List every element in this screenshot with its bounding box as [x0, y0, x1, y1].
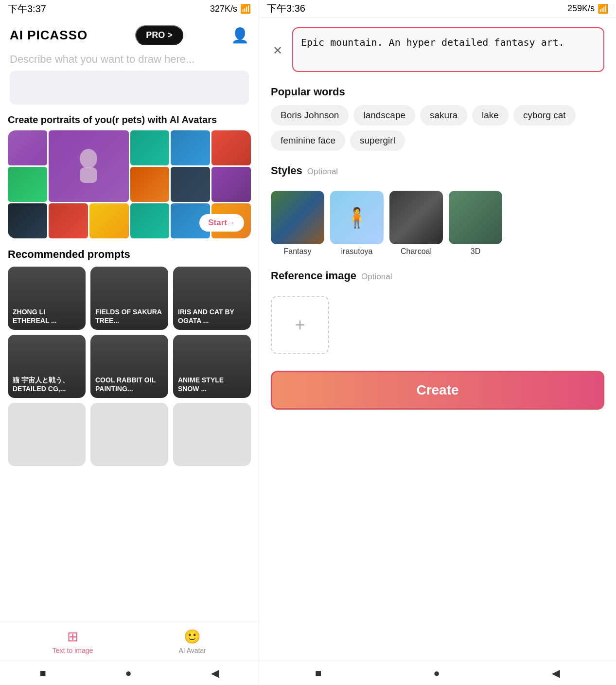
avatar-cell-7 [8, 167, 47, 202]
avatar-cell-4 [171, 130, 210, 165]
prompts-title: Recommended prompts [8, 248, 251, 261]
add-image-button[interactable]: + [271, 296, 329, 354]
text-input[interactable]: Epic mountain. An hyper detailed fantasy… [292, 27, 604, 72]
prompt-label-3: 猫 宇宙人と戦う、DETAILED CG,... [13, 376, 81, 393]
ai-avatar-icon: 🙂 [184, 629, 201, 645]
prompt-card-3[interactable]: 猫 宇宙人と戦う、DETAILED CG,... [8, 335, 86, 398]
style-thumb-irasutoya: 🧍 [330, 191, 384, 244]
avatar-cell-11 [8, 203, 47, 238]
style-charcoal-label: Charcoal [401, 247, 432, 256]
prompt-card-2[interactable]: IRIS AND CAT BY OGATA ... [173, 267, 251, 330]
left-status-right: 327K/s 📶 [210, 3, 251, 14]
start-button[interactable]: Start→ [199, 214, 244, 232]
pro-button[interactable]: PRO > [135, 25, 183, 45]
ref-title: Reference image [271, 270, 356, 282]
left-speed: 327K/s [210, 4, 237, 14]
styles-header: Styles Optional [271, 164, 604, 184]
left-panel: 下午3:37 327K/s 📶 AI PICASSO PRO > 👤 Descr… [0, 0, 259, 685]
prompts-grid: ZHONG LI ETHEREAL ... FIELDS OF SAKURA T… [8, 267, 251, 466]
right-speed: 259K/s [567, 3, 595, 14]
avatar-cell-10 [211, 167, 251, 202]
avatar-cell-14 [130, 203, 170, 238]
chip-lake[interactable]: lake [472, 105, 509, 126]
style-irasutoya[interactable]: 🧍 irasutoya [330, 191, 384, 256]
left-android-btn-2[interactable]: ● [125, 667, 131, 680]
avatar-cell-8 [130, 167, 170, 202]
describe-input-placeholder[interactable] [10, 71, 249, 105]
ref-optional: Optional [361, 272, 392, 282]
app-logo: AI PICASSO [10, 28, 88, 43]
svg-rect-1 [80, 167, 97, 183]
right-content: ✕ Epic mountain. An hyper detailed fanta… [259, 18, 616, 661]
prompt-card-5[interactable]: ANIME STYLE SNOW ... [173, 335, 251, 398]
style-3d-label: 3D [471, 247, 480, 256]
ref-header: Reference image Optional [271, 270, 604, 289]
right-time: 下午3:36 [267, 2, 305, 15]
close-button[interactable]: ✕ [271, 42, 284, 59]
chip-feminine-face[interactable]: feminine face [271, 130, 345, 151]
left-android-btn-3[interactable]: ◀ [211, 667, 219, 680]
avatar-cell-highlight [49, 130, 129, 202]
chip-cyborg-cat[interactable]: cyborg cat [513, 105, 576, 126]
style-3d[interactable]: 3D [449, 191, 502, 256]
avatar-section-title: Create portraits of you(r pets) with AI … [8, 114, 251, 126]
right-android-btn-2[interactable]: ● [433, 667, 440, 680]
style-charcoal[interactable]: Charcoal [389, 191, 443, 256]
left-time: 下午3:37 [8, 2, 46, 16]
prompt-card-1[interactable]: FIELDS OF SAKURA TREE... [90, 267, 168, 330]
chip-supergirl[interactable]: supergirl [350, 130, 405, 151]
style-fantasy[interactable]: Fantasy [271, 191, 324, 256]
prompt-label-2: IRIS AND CAT BY OGATA ... [178, 307, 246, 325]
avatar-cell-9 [171, 167, 210, 202]
style-thumb-charcoal [389, 191, 443, 244]
right-status-bar: 下午3:36 259K/s 📶 [259, 0, 616, 18]
describe-label: Describe what you want to draw here... [0, 53, 259, 71]
left-android-btn-1[interactable]: ■ [39, 667, 46, 680]
text-to-image-icon: ⊞ [67, 629, 78, 645]
avatar-cell-1 [8, 130, 47, 165]
svg-point-0 [80, 149, 97, 168]
popular-words-title: Popular words [271, 86, 604, 98]
prompt-card-0[interactable]: ZHONG LI ETHEREAL ... [8, 267, 86, 330]
reference-image-section: Reference image Optional + [271, 270, 604, 354]
chip-sakura[interactable]: sakura [420, 105, 467, 126]
right-panel: 下午3:36 259K/s 📶 ✕ Epic mountain. An hype… [259, 0, 616, 685]
chip-boris-johnson[interactable]: Boris Johnson [271, 105, 349, 126]
right-signal-icons: 📶 [598, 3, 608, 14]
right-android-btn-3[interactable]: ◀ [552, 667, 560, 680]
prompt-card-8[interactable] [173, 403, 251, 466]
prompt-label-1: FIELDS OF SAKURA TREE... [95, 307, 163, 325]
style-fantasy-label: Fantasy [284, 247, 312, 256]
left-android-nav: ■ ● ◀ [0, 661, 259, 685]
styles-optional: Optional [307, 167, 338, 177]
user-icon[interactable]: 👤 [231, 27, 249, 44]
avatar-cell-13 [89, 203, 129, 238]
prompt-card-4[interactable]: COOL RABBIT OIL PAINTING... [90, 335, 168, 398]
signal-icons: 📶 [240, 3, 251, 14]
popular-words-container: Boris Johnson landscape sakura lake cybo… [271, 105, 604, 151]
chip-landscape[interactable]: landscape [353, 105, 415, 126]
right-android-nav: ■ ● ◀ [259, 661, 616, 685]
prompt-label-5: ANIME STYLE SNOW ... [178, 376, 246, 393]
prompt-label-4: COOL RABBIT OIL PAINTING... [95, 376, 163, 393]
bottom-nav: ⊞ Text to image 🙂 AI Avatar [0, 622, 259, 661]
style-irasutoya-label: irasutoya [341, 247, 373, 256]
nav-text-to-image-label: Text to image [53, 647, 93, 654]
nav-ai-avatar-label: AI Avatar [178, 647, 206, 654]
prompt-card-7[interactable] [90, 403, 168, 466]
right-android-btn-1[interactable]: ■ [315, 667, 321, 680]
avatar-section: Create portraits of you(r pets) with AI … [8, 114, 251, 238]
prompt-card-6[interactable] [8, 403, 86, 466]
prompt-label-0: ZHONG LI ETHEREAL ... [13, 307, 81, 325]
text-input-area: ✕ Epic mountain. An hyper detailed fanta… [271, 27, 604, 74]
left-header: AI PICASSO PRO > 👤 [0, 18, 259, 53]
avatar-cell-5 [211, 130, 251, 165]
left-status-bar: 下午3:37 327K/s 📶 [0, 0, 259, 18]
style-thumb-fantasy [271, 191, 324, 244]
create-button[interactable]: Create [271, 371, 604, 410]
right-status-right: 259K/s 📶 [567, 3, 608, 14]
nav-text-to-image[interactable]: ⊞ Text to image [53, 629, 93, 654]
style-thumb-3d [449, 191, 502, 244]
nav-ai-avatar[interactable]: 🙂 AI Avatar [178, 629, 206, 654]
styles-row: Fantasy 🧍 irasutoya Charcoal 3D [271, 191, 604, 256]
